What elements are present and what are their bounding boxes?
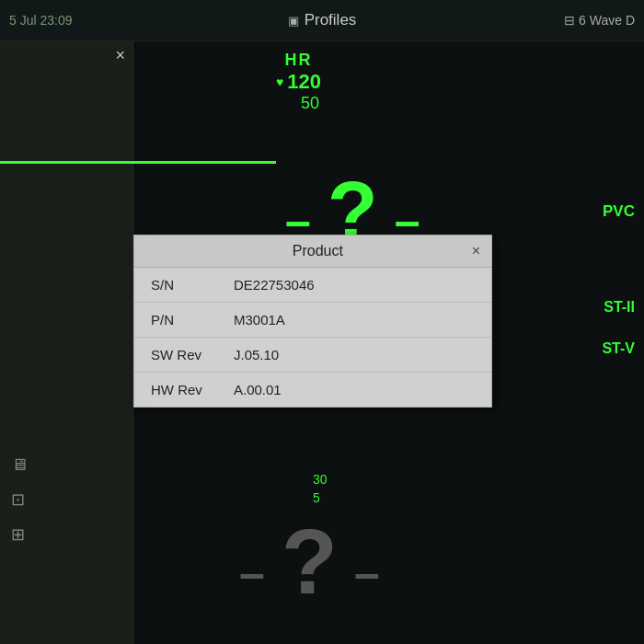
pn-value: M3001A	[234, 312, 285, 328]
hr-label: HR	[276, 51, 321, 70]
dialog-close-button[interactable]: ×	[472, 243, 480, 259]
monitor-icon: 🖥	[11, 455, 28, 475]
heart-icon: ♥	[276, 75, 283, 89]
hw-rev-label: HW Rev	[151, 382, 234, 397]
device-icon-2: ⊡	[11, 489, 25, 510]
sn-label: S/N	[151, 277, 234, 293]
dialog-body: S/N DE22753046 P/N M3001A SW Rev J.05.10…	[134, 268, 491, 407]
hr-numbers: 30 5	[313, 471, 328, 507]
dialog-row-hw: HW Rev A.00.01	[134, 373, 491, 407]
sw-rev-value: J.05.10	[234, 347, 279, 362]
dialog-row-sn: S/N DE22753046	[134, 268, 491, 303]
top-bar: 5 Jul 23:09 ▣ Profiles ⊟ 6 Wave D	[0, 0, 644, 41]
question-mark-bottom: – ? –	[239, 515, 380, 607]
profiles-label: Profiles	[305, 11, 357, 29]
hr-section: HR ♥ 120 50	[276, 51, 321, 113]
number-30: 30	[313, 471, 328, 489]
question-mark-bottom-symbol: ?	[282, 515, 338, 607]
profiles-icon: ▣	[288, 14, 299, 28]
hr-sub-value: 50	[276, 94, 321, 113]
dialog-row-pn: P/N M3001A	[134, 303, 491, 338]
st-ii-label: ST-II	[604, 299, 635, 316]
dialog-title-bar: Product ×	[134, 236, 491, 268]
dash-right-bottom: –	[354, 550, 380, 596]
dash-left-bottom: –	[239, 550, 265, 596]
sw-rev-label: SW Rev	[151, 347, 234, 362]
pn-label: P/N	[151, 312, 234, 328]
wave-label-area: ⊟ 6 Wave D	[564, 13, 635, 28]
hr-value-row: ♥ 120	[276, 70, 321, 94]
sidebar-icon-row-2[interactable]: ⊡	[0, 482, 133, 517]
sidebar-icon-row-3[interactable]: ⊞	[0, 517, 133, 552]
pvc-label: PVC	[603, 202, 635, 221]
product-dialog: Product × S/N DE22753046 P/N M3001A SW R…	[133, 235, 492, 408]
dialog-title: Product	[164, 243, 472, 259]
sidebar-close-button[interactable]: ×	[115, 46, 125, 65]
ecg-line	[0, 161, 276, 164]
dialog-row-sw: SW Rev J.05.10	[134, 338, 491, 373]
hr-value: 120	[287, 70, 321, 94]
profiles-area[interactable]: ▣ Profiles	[288, 11, 357, 29]
sidebar-icons-area: 🖥 ⊡ ⊞	[0, 448, 133, 552]
sn-value: DE22753046	[234, 277, 315, 293]
left-sidebar: × 🖥 ⊡ ⊞	[0, 41, 133, 644]
hw-rev-value: A.00.01	[234, 382, 282, 397]
wave-icon: ⊟	[564, 13, 575, 28]
number-5: 5	[313, 489, 328, 508]
sidebar-icon-row-1[interactable]: 🖥	[0, 448, 133, 482]
wave-label: 6 Wave D	[579, 13, 635, 28]
device-icon-3: ⊞	[11, 524, 25, 545]
st-v-label: ST-V	[602, 340, 635, 357]
date-time-label: 5 Jul 23:09	[9, 13, 73, 28]
